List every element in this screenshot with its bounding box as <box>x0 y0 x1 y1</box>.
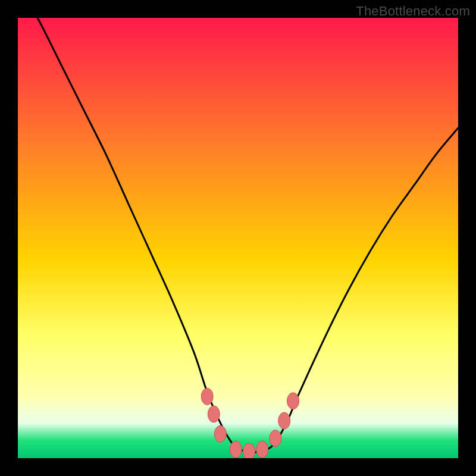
curve-marker <box>208 406 220 422</box>
curve-marker <box>270 430 281 447</box>
curve-marker <box>201 388 213 405</box>
watermark-label: TheBottleneck.com <box>356 4 470 19</box>
chart-frame: TheBottleneck.com <box>0 0 476 476</box>
curve-marker <box>278 412 290 429</box>
curve-marker <box>287 393 299 409</box>
curve-marker <box>214 425 226 442</box>
chart-svg <box>18 18 458 458</box>
curve-marker <box>230 441 242 458</box>
plot-area <box>18 18 458 458</box>
gradient-background <box>18 18 458 458</box>
curve-marker <box>243 443 255 458</box>
curve-marker <box>256 441 268 458</box>
